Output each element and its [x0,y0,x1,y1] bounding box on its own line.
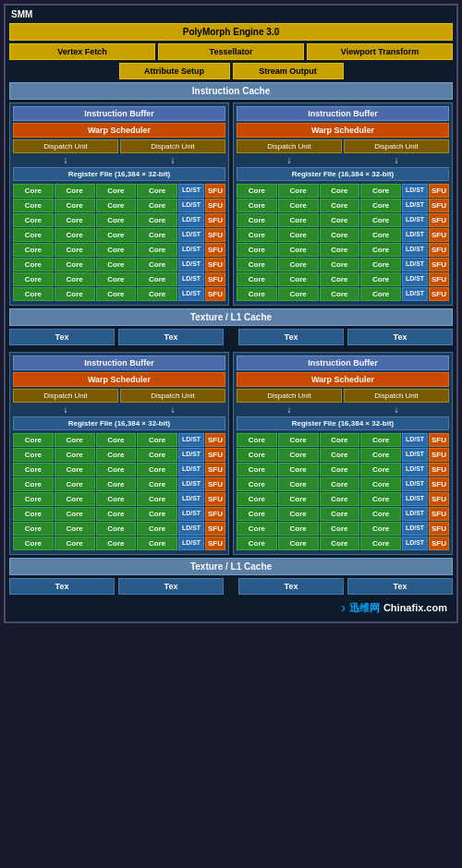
rf-left-bottom: Register File (16,384 × 32-bit) [13,416,225,430]
tex-2: Tex [118,329,224,345]
core: Core [360,507,401,521]
core: Core [360,228,401,242]
ldst: LD/ST [178,448,204,462]
sfu: SFU [429,507,449,521]
tex-3: Tex [238,329,344,345]
core: Core [13,492,54,506]
core-row-4: Core Core Core Core LD/ST SFU [13,228,225,242]
core: Core [137,463,177,476]
sfu: SFU [205,536,225,550]
arrow-row-left-bottom: ↓ ↓ [13,404,225,415]
core: Core [237,477,277,491]
core: Core [55,272,95,286]
core: Core [96,536,137,550]
core-row-r8: Core Core Core Core LD/ST SFU [237,287,449,301]
core: Core [55,258,95,271]
core: Core [320,184,360,198]
sfu: SFU [429,287,449,301]
core: Core [237,507,277,521]
ldst: LD/ST [402,536,428,550]
core: Core [137,243,177,257]
sfu: SFU [429,448,449,462]
core: Core [13,287,54,301]
core: Core [55,228,95,242]
core: Core [360,463,401,476]
instruction-cache: Instruction Cache [9,82,453,100]
core: Core [55,243,95,257]
core-row-8: Core Core Core Core LD/ST SFU [13,287,225,301]
core: Core [137,507,177,521]
core: Core [237,433,277,447]
ldst: LD/ST [178,463,204,476]
core: Core [13,228,54,242]
dispatch-row-left-top: Dispatch Unit Dispatch Unit [13,139,225,153]
sm-blocks-bottom: Instruction Buffer Warp Scheduler Dispat… [9,352,453,555]
ib-right-top: Instruction Buffer [237,106,449,121]
smm-title: SMM [9,9,453,19]
core: Core [278,463,319,476]
core: Core [278,477,319,491]
core: Core [13,448,54,462]
core: Core [13,272,54,286]
sfu: SFU [205,199,225,212]
sm-blocks-top: Instruction Buffer Warp Scheduler Dispat… [9,102,453,306]
core: Core [55,448,95,462]
core: Core [96,213,137,227]
core: Core [360,199,401,212]
vertex-fetch: Vertex Fetch [9,43,155,60]
core-row-r5: Core Core Core Core LD/ST SFU [237,243,449,257]
core: Core [360,272,401,286]
core: Core [13,463,54,476]
core: Core [13,258,54,271]
core: Core [278,433,319,447]
ldst: LD/ST [178,213,204,227]
core: Core [137,536,177,550]
tex-1: Tex [9,329,115,345]
ldst: LD/ST [178,199,204,212]
core: Core [55,199,95,212]
ldst: LD/ST [402,522,428,536]
core: Core [96,272,137,286]
tex-b1: Tex [9,578,115,595]
sm-block-right-top: Instruction Buffer Warp Scheduler Dispat… [233,102,453,306]
core: Core [96,463,137,476]
core-row-1: Core Core Core Core LD/ST SFU [13,184,225,198]
arrow-row-left-top: ↓ ↓ [13,155,225,165]
core: Core [360,448,401,462]
sfu: SFU [205,272,225,286]
core: Core [96,287,137,301]
du-left-top-2: Dispatch Unit [120,139,225,153]
du-left-bottom-1: Dispatch Unit [13,389,118,403]
core: Core [55,477,95,491]
core: Core [278,213,319,227]
du-right-bottom-2: Dispatch Unit [344,389,449,403]
ldst: LD/ST [178,492,204,506]
core: Core [137,272,177,286]
core: Core [237,272,277,286]
sfu: SFU [205,433,225,447]
core: Core [55,184,95,198]
core-row-r7: Core Core Core Core LD/ST SFU [237,272,449,286]
core: Core [96,477,137,491]
core: Core [237,448,277,462]
core: Core [55,463,95,476]
core-row-r1: Core Core Core Core LD/ST SFU [237,184,449,198]
core: Core [278,536,319,550]
sm-block-left-bottom: Instruction Buffer Warp Scheduler Dispat… [9,352,229,555]
core: Core [237,258,277,271]
core: Core [96,258,137,271]
core: Core [360,184,401,198]
core: Core [237,184,277,198]
ib-right-bottom: Instruction Buffer [237,356,449,370]
core: Core [96,522,137,536]
core: Core [137,492,177,506]
smm-container: SMM PolyMorph Engine 3.0 Vertex Fetch Te… [4,4,458,623]
polymorph-row2: Attribute Setup Stream Output [9,63,453,79]
core-row-r6: Core Core Core Core LD/ST SFU [237,258,449,271]
attribute-setup: Attribute Setup [119,63,230,79]
ldst: LD/ST [178,272,204,286]
rf-left-top: Register File (16,384 × 32-bit) [13,167,225,181]
core: Core [278,228,319,242]
core: Core [13,199,54,212]
core: Core [55,522,95,536]
